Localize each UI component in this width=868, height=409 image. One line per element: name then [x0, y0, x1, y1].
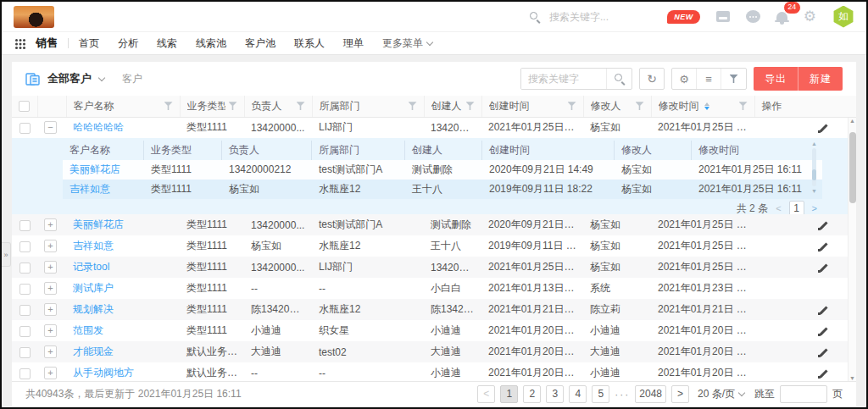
table-row: −哈哈哈哈哈类型111113420000...LIJ部门13420000...2… [12, 117, 856, 138]
nav-tab[interactable]: 分析 [118, 36, 138, 51]
scrollbar-thumb[interactable] [849, 132, 856, 203]
expand-row-button[interactable]: + [44, 240, 57, 252]
scroll-up-icon[interactable]: ▲ [811, 141, 817, 146]
row-action-cell [754, 235, 856, 257]
subtable-scroll-track[interactable] [812, 148, 816, 186]
customer-name-link[interactable]: 记录tool [73, 261, 109, 273]
expand-row-button[interactable]: + [44, 303, 57, 316]
customer-name-link[interactable]: 美丽鲜花店 [73, 218, 124, 230]
inbox-icon[interactable] [716, 11, 730, 22]
customer-name-link[interactable]: 范围发 [73, 324, 103, 336]
notifications[interactable]: 24 [776, 9, 787, 25]
row-checkbox[interactable] [19, 326, 31, 337]
nav-tab[interactable]: 线索池 [196, 36, 226, 51]
nav-tab[interactable]: 理单 [343, 36, 364, 51]
vertical-scrollbar[interactable]: ▲ ▼ [848, 118, 856, 381]
column-settings-button[interactable]: ⚙ [672, 69, 697, 89]
scroll-down-icon[interactable]: ▼ [849, 375, 855, 381]
user-avatar[interactable]: 如 [832, 6, 854, 28]
expand-row-button[interactable]: + [44, 345, 57, 358]
filter-icon[interactable] [466, 102, 475, 110]
company-logo[interactable] [14, 6, 54, 28]
subtable-next-page-icon[interactable]: > [812, 203, 817, 213]
nav-tab[interactable]: 首页 [79, 36, 99, 51]
filter-icon[interactable] [409, 102, 417, 110]
subtable-prev-page-icon[interactable]: < [776, 203, 781, 213]
page-button[interactable]: 2 [523, 385, 541, 403]
page-button[interactable]: 2048 [635, 385, 666, 403]
page-button[interactable]: 4 [569, 385, 587, 403]
row-checkbox[interactable] [19, 305, 31, 316]
filter-button[interactable] [721, 69, 746, 89]
filter-icon[interactable] [229, 102, 237, 110]
list-search-button[interactable] [606, 69, 632, 89]
subtable-name-link[interactable]: 吉祥如意 [70, 183, 110, 195]
scroll-up-icon[interactable]: ▲ [849, 118, 855, 124]
prev-page-button[interactable]: < [477, 385, 495, 403]
expand-row-button[interactable]: + [44, 324, 57, 337]
nav-tab[interactable]: 线索 [157, 36, 177, 51]
scroll-down-icon[interactable]: ▼ [811, 188, 817, 194]
row-checkbox[interactable] [19, 220, 31, 231]
edit-icon[interactable] [818, 220, 829, 231]
collapse-row-button[interactable]: − [44, 121, 57, 134]
page-button[interactable]: 3 [546, 385, 564, 403]
edit-icon[interactable] [818, 263, 829, 274]
more-menu[interactable]: 更多菜单 [382, 36, 432, 51]
nav-tab[interactable]: 联系人 [294, 36, 325, 51]
customer-name-link[interactable]: 吉祥如意 [73, 240, 114, 251]
edit-icon[interactable] [818, 123, 829, 134]
filter-icon[interactable] [739, 102, 748, 110]
row-checkbox[interactable] [19, 263, 31, 274]
customer-name-link[interactable]: 测试库户 [73, 282, 114, 294]
edit-icon[interactable] [818, 326, 829, 337]
view-selector-label[interactable]: 全部客户 [47, 71, 92, 86]
sort-icon[interactable] [704, 102, 709, 111]
filter-icon[interactable] [164, 102, 173, 110]
customer-name-link[interactable]: 从手动阀地方 [73, 367, 134, 379]
row-checkbox[interactable] [19, 123, 31, 134]
chat-icon[interactable] [746, 10, 760, 23]
edit-icon[interactable] [818, 305, 829, 316]
export-button[interactable]: 导出 [754, 67, 798, 91]
sidebar-expand-handle[interactable]: » [2, 242, 11, 267]
subtable-page-button[interactable]: 1 [789, 201, 804, 214]
customer-name-link[interactable]: 规划解决 [73, 303, 114, 315]
row-checkbox[interactable] [19, 241, 31, 252]
scrollbar-track[interactable] [849, 125, 856, 373]
list-view-button[interactable]: ≡ [697, 69, 721, 89]
expand-row-button[interactable]: + [44, 282, 57, 295]
select-all-checkbox[interactable] [19, 101, 30, 112]
jump-page-input[interactable] [780, 385, 827, 403]
page-size-select[interactable]: 20 条/页 [698, 387, 744, 401]
view-chevron-down-icon[interactable] [98, 74, 105, 80]
row-checkbox[interactable] [19, 347, 31, 358]
customer-name-link[interactable]: 哈哈哈哈哈 [73, 121, 124, 133]
expand-row-button[interactable]: + [44, 367, 57, 379]
global-search-input[interactable] [548, 10, 658, 24]
create-button[interactable]: 新建 [798, 67, 843, 91]
nav-tab[interactable]: 客户池 [245, 36, 275, 51]
filter-icon[interactable] [568, 102, 576, 110]
app-grid-icon[interactable] [14, 38, 25, 49]
expand-row-button[interactable]: + [44, 218, 57, 231]
new-badge[interactable]: NEW [667, 10, 700, 24]
expand-row-button[interactable]: + [44, 261, 57, 274]
page-button[interactable]: 1 [500, 385, 518, 403]
customer-name-link[interactable]: 才能现金 [73, 345, 114, 357]
edit-icon[interactable] [818, 241, 829, 252]
subtable-scroll-thumb[interactable] [812, 169, 816, 181]
subtable-name-link[interactable]: 美丽鲜花店 [70, 163, 120, 175]
filter-icon[interactable] [297, 102, 305, 110]
next-page-button[interactable]: > [671, 385, 689, 403]
edit-icon[interactable] [818, 347, 829, 358]
filter-icon[interactable] [636, 102, 644, 110]
row-checkbox[interactable] [19, 368, 31, 379]
list-search-input[interactable] [521, 69, 606, 89]
settings-gear-icon[interactable]: ⚙ [804, 9, 816, 24]
row-checkbox[interactable] [19, 284, 31, 295]
edit-icon[interactable] [818, 368, 829, 379]
subtable-scrollbar[interactable]: ▲▼ [811, 141, 817, 194]
refresh-button[interactable]: ↻ [639, 68, 665, 90]
page-button[interactable]: 5 [592, 385, 609, 403]
